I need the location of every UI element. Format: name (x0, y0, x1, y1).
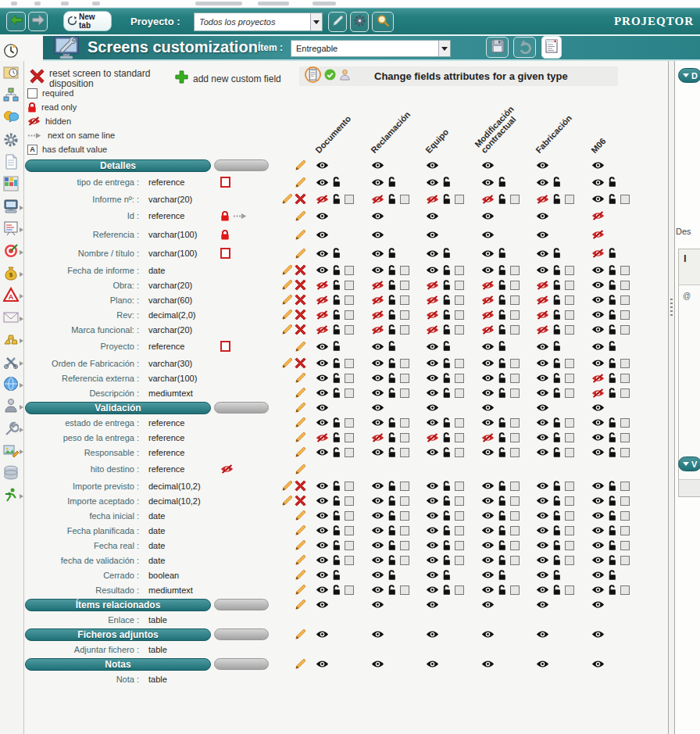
visible-eye-icon[interactable] (536, 161, 549, 170)
visible-eye-icon[interactable] (426, 231, 439, 239)
edit-field-button[interactable] (281, 309, 293, 320)
settings-button[interactable] (350, 12, 369, 32)
required-flag[interactable] (220, 177, 230, 188)
visible-eye-icon[interactable] (426, 600, 439, 609)
open-lock-icon[interactable] (388, 555, 397, 566)
attr-checkbox[interactable] (620, 295, 630, 305)
attr-checkbox[interactable] (400, 511, 409, 521)
visible-eye-icon[interactable] (481, 374, 495, 382)
sameline-arrow-icon[interactable] (233, 213, 248, 220)
open-lock-icon[interactable] (608, 177, 617, 188)
open-lock-icon[interactable] (388, 310, 397, 320)
visible-eye-icon[interactable] (426, 418, 439, 427)
attr-checkbox[interactable] (510, 433, 520, 442)
attr-checkbox[interactable] (455, 195, 464, 204)
visible-eye-icon[interactable] (426, 403, 439, 412)
open-lock-icon[interactable] (332, 570, 341, 581)
attr-checkbox[interactable] (510, 281, 520, 290)
open-lock-icon[interactable] (388, 295, 397, 306)
visible-eye-icon[interactable] (426, 178, 439, 187)
edit-field-button[interactable] (295, 177, 306, 188)
attr-checkbox[interactable] (510, 325, 520, 335)
visible-eye-icon[interactable] (371, 178, 384, 187)
edit-field-button[interactable] (295, 248, 306, 260)
visible-eye-icon[interactable] (316, 212, 329, 220)
hidden-eye-icon[interactable] (371, 281, 384, 290)
attr-checkbox[interactable] (345, 388, 354, 398)
open-lock-icon[interactable] (552, 510, 562, 521)
hidden-eye-icon[interactable] (591, 249, 605, 258)
visible-eye-icon[interactable] (426, 585, 439, 594)
sidebar-tools-button[interactable] (3, 355, 23, 372)
visible-eye-icon[interactable] (316, 511, 329, 520)
visible-eye-icon[interactable] (371, 342, 384, 351)
attr-checkbox[interactable] (510, 359, 520, 368)
visible-eye-icon[interactable] (316, 418, 329, 427)
attr-checkbox[interactable] (510, 310, 520, 320)
hidden-eye-icon[interactable] (316, 295, 329, 305)
visible-eye-icon[interactable] (426, 359, 439, 367)
visible-eye-icon[interactable] (316, 231, 329, 239)
open-lock-icon[interactable] (552, 496, 562, 507)
visible-eye-icon[interactable] (591, 448, 605, 457)
visible-eye-icon[interactable] (481, 541, 495, 550)
visible-eye-icon[interactable] (536, 403, 549, 412)
open-lock-icon[interactable] (388, 324, 397, 335)
undo-button[interactable] (513, 37, 536, 58)
visible-eye-icon[interactable] (316, 266, 329, 274)
visible-eye-icon[interactable] (591, 585, 605, 594)
visible-eye-icon[interactable] (536, 526, 549, 535)
hidden-eye-icon[interactable] (481, 295, 495, 305)
visible-eye-icon[interactable] (591, 630, 605, 639)
attr-checkbox[interactable] (620, 448, 630, 457)
attr-checkbox[interactable] (455, 496, 464, 506)
attr-checkbox[interactable] (345, 310, 354, 320)
open-lock-icon[interactable] (608, 417, 617, 428)
attr-checkbox[interactable] (455, 511, 464, 521)
visible-eye-icon[interactable] (591, 295, 605, 304)
visible-eye-icon[interactable] (481, 266, 495, 274)
open-lock-icon[interactable] (442, 510, 452, 521)
right-panel-top-section[interactable]: D (678, 68, 700, 83)
attr-checkbox[interactable] (620, 556, 630, 565)
open-lock-icon[interactable] (332, 525, 341, 536)
attr-checkbox[interactable] (565, 556, 574, 565)
open-lock-icon[interactable] (332, 341, 341, 352)
hidden-eye-icon[interactable] (536, 195, 549, 204)
edit-field-button[interactable] (295, 229, 306, 241)
attr-checkbox[interactable] (510, 482, 520, 491)
edit-field-button[interactable] (295, 464, 306, 475)
attr-checkbox[interactable] (620, 266, 630, 275)
open-lock-icon[interactable] (442, 280, 452, 291)
visible-eye-icon[interactable] (591, 526, 605, 535)
attr-checkbox[interactable] (400, 418, 409, 428)
attr-checkbox[interactable] (565, 482, 574, 491)
visible-eye-icon[interactable] (481, 526, 495, 535)
visible-eye-icon[interactable] (591, 195, 605, 203)
add-custom-field-button[interactable]: add new custom field (175, 70, 281, 87)
visible-eye-icon[interactable] (371, 541, 384, 550)
visible-eye-icon[interactable] (426, 496, 439, 505)
attr-checkbox[interactable] (510, 526, 520, 535)
attr-checkbox[interactable] (400, 195, 409, 204)
delete-field-button[interactable] (295, 294, 306, 306)
open-lock-icon[interactable] (608, 265, 617, 276)
hidden-eye-icon[interactable] (591, 230, 605, 239)
open-lock-icon[interactable] (608, 585, 617, 596)
edit-field-button[interactable] (281, 193, 293, 205)
delete-field-button[interactable] (295, 193, 306, 205)
edit-field-button[interactable] (295, 658, 306, 670)
visible-eye-icon[interactable] (536, 496, 549, 505)
edit-field-button[interactable] (295, 628, 306, 640)
dropdown-arrow-icon[interactable] (310, 13, 322, 30)
open-lock-icon[interactable] (442, 447, 452, 458)
open-lock-icon[interactable] (498, 373, 507, 384)
open-lock-icon[interactable] (498, 555, 507, 566)
visible-eye-icon[interactable] (426, 388, 439, 397)
sidebar-mail-button[interactable] (3, 310, 23, 328)
open-lock-icon[interactable] (332, 555, 341, 566)
open-lock-icon[interactable] (498, 248, 507, 259)
visible-eye-icon[interactable] (591, 310, 605, 319)
visible-eye-icon[interactable] (371, 630, 384, 639)
open-lock-icon[interactable] (552, 417, 562, 428)
